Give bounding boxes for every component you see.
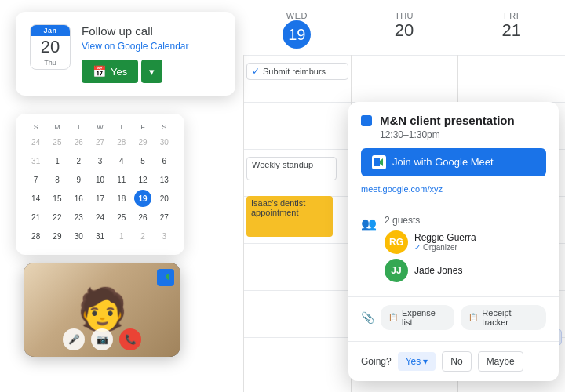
guest-avatar-reggie: RG <box>385 230 408 254</box>
mini-cal-day[interactable]: 24 <box>27 133 45 151</box>
mini-cal-day[interactable]: 13 <box>155 171 173 188</box>
divider-2 <box>348 296 559 297</box>
day-headers: WED 19 THU 20 FRI 21 <box>243 8 565 52</box>
meet-label <box>160 273 171 282</box>
mini-cal-day[interactable]: 29 <box>49 227 66 245</box>
mini-cal-day[interactable]: 25 <box>49 133 66 151</box>
mini-cal-day[interactable]: 18 <box>113 190 130 207</box>
mini-cal-day[interactable]: 11 <box>113 171 130 188</box>
mini-cal-day[interactable]: 9 <box>70 171 87 188</box>
camera-button[interactable]: 📷 <box>91 328 113 350</box>
guest-item-1: JJ Jade Jones <box>385 259 476 282</box>
event-standup[interactable]: Weekly standup <box>246 157 337 180</box>
mini-cal-day[interactable]: 3 <box>91 152 108 169</box>
mini-cal-day[interactable]: 12 <box>134 171 151 188</box>
guests-count: 2 guests <box>385 215 476 226</box>
cal-icon-weekday: Thu <box>31 59 70 69</box>
mini-cal-day[interactable]: 17 <box>91 190 108 207</box>
going-yes-chevron: ▾ <box>423 356 428 367</box>
divider-3 <box>348 341 559 342</box>
popup-header: M&N client presentation 12:30–1:30pm <box>348 102 559 148</box>
mini-cal-day[interactable]: 30 <box>155 133 173 151</box>
attachment-chip-receipt[interactable]: 📋 Receipt tracker <box>461 305 546 330</box>
receipt-doc-icon: 📋 <box>468 313 478 321</box>
mini-cal-day[interactable]: 22 <box>49 209 66 226</box>
attachment-chip-expense[interactable]: 📋 Expense list <box>381 305 454 330</box>
video-controls: 🎤 📷 📞 <box>24 328 180 350</box>
mini-cal-day[interactable]: 6 <box>155 152 173 169</box>
mini-cal-day[interactable]: 16 <box>70 190 87 207</box>
event-dentist[interactable]: Isaac's dentist appointment <box>246 196 333 237</box>
mini-cal-day[interactable]: 7 <box>27 171 45 188</box>
mini-cal-day[interactable]: 14 <box>27 190 45 207</box>
going-label: Going? <box>361 356 392 367</box>
yes-button[interactable]: 📅 Yes <box>82 60 138 83</box>
google-meet-icon <box>157 269 174 286</box>
mini-cal-day[interactable]: 5 <box>134 152 151 169</box>
day-header-thu: THU 20 <box>351 8 458 52</box>
mini-cal-day[interactable]: 3 <box>155 227 173 245</box>
mini-cal-day[interactable]: 2 <box>70 152 87 169</box>
follow-up-card: Jan 20 Thu Follow up call View on Google… <box>16 12 235 96</box>
yes-dropdown-button[interactable]: ▾ <box>141 60 162 83</box>
mini-cal-day[interactable]: 23 <box>70 209 87 226</box>
cal-icon-month: Jan <box>31 25 70 36</box>
mini-cal-dow-labels: S M T W T F S <box>25 123 175 131</box>
mini-cal-day[interactable]: 27 <box>155 209 173 226</box>
mini-cal-day[interactable]: 25 <box>113 209 130 226</box>
view-on-calendar-link[interactable]: View on Google Calendar <box>82 41 221 52</box>
event-submit-reimburse[interactable]: ✓ Submit reimburs <box>246 63 348 80</box>
popup-event-title: M&N client presentation <box>380 113 515 129</box>
mini-cal-day[interactable]: 30 <box>70 227 87 245</box>
meet-link[interactable]: meet.google.com/xyz <box>348 184 559 201</box>
mini-cal-day[interactable]: 28 <box>27 227 45 245</box>
mini-cal-day[interactable]: 28 <box>113 133 130 151</box>
guest-name-reggie: Reggie Guerra <box>414 232 476 243</box>
mini-cal-day[interactable]: 26 <box>134 209 151 226</box>
going-maybe-button[interactable]: Maybe <box>478 351 523 372</box>
guest-item-0: RG Reggie Guerra ✓ Organizer <box>385 230 476 254</box>
mini-cal-day[interactable]: 1 <box>113 227 130 245</box>
chevron-down-icon: ▾ <box>149 66 155 78</box>
mini-cal-day[interactable]: 1 <box>49 152 66 169</box>
mini-cal-day[interactable]: 19 <box>134 190 151 207</box>
event-popup: M&N client presentation 12:30–1:30pm Joi… <box>348 102 559 381</box>
follow-up-title: Follow up call <box>82 24 221 38</box>
end-call-button[interactable]: 📞 <box>119 328 141 350</box>
mini-cal-day[interactable]: 20 <box>155 190 173 207</box>
guests-section: 👥 2 guests RG Reggie Guerra ✓ Organizer … <box>348 209 559 293</box>
mini-cal-day[interactable]: 4 <box>113 152 130 169</box>
join-meet-button[interactable]: Join with Google Meet <box>361 148 546 176</box>
yes-label: Yes <box>111 66 127 78</box>
day-name-fri: FRI <box>457 11 565 20</box>
guest-name-jade: Jade Jones <box>414 265 462 276</box>
going-no-label: No <box>450 356 462 367</box>
mini-cal-day[interactable]: 29 <box>134 133 151 151</box>
mini-cal-day[interactable]: 10 <box>91 171 108 188</box>
popup-event-time: 12:30–1:30pm <box>380 129 515 140</box>
calendar-icon: Jan 20 Thu <box>30 24 71 70</box>
event-standup-label: Weekly standup <box>252 160 313 169</box>
mini-cal-day[interactable]: 8 <box>49 171 66 188</box>
mini-calendar-card: S M T W T F S 24252627282930311234567891… <box>16 114 184 255</box>
microphone-button[interactable]: 🎤 <box>63 328 85 350</box>
mini-cal-day[interactable]: 27 <box>91 133 108 151</box>
attachments-section: 📎 📋 Expense list 📋 Receipt tracker <box>348 300 559 338</box>
calendar-check-icon: 📅 <box>93 65 106 78</box>
guest-role-reggie: ✓ Organizer <box>414 243 476 252</box>
day-num-fri: 21 <box>457 20 565 41</box>
mini-cal-day[interactable]: 31 <box>27 152 45 169</box>
divider-1 <box>348 205 559 205</box>
mini-cal-day[interactable]: 21 <box>27 209 45 226</box>
mini-cal-day[interactable]: 31 <box>91 227 108 245</box>
going-no-button[interactable]: No <box>442 351 471 372</box>
going-yes-button[interactable]: Yes ▾ <box>398 352 436 371</box>
mini-cal-day[interactable]: 2 <box>134 227 151 245</box>
mini-cal-day[interactable]: 26 <box>70 133 87 151</box>
check-circle-icon: ✓ <box>252 66 260 77</box>
event-dentist-label: Isaac's dentist appointment <box>251 198 305 217</box>
mini-cal-day[interactable]: 24 <box>91 209 108 226</box>
mini-cal-day[interactable]: 15 <box>49 190 66 207</box>
meet-icon <box>372 155 386 169</box>
popup-footer: Going? Yes ▾ No Maybe <box>348 345 559 381</box>
